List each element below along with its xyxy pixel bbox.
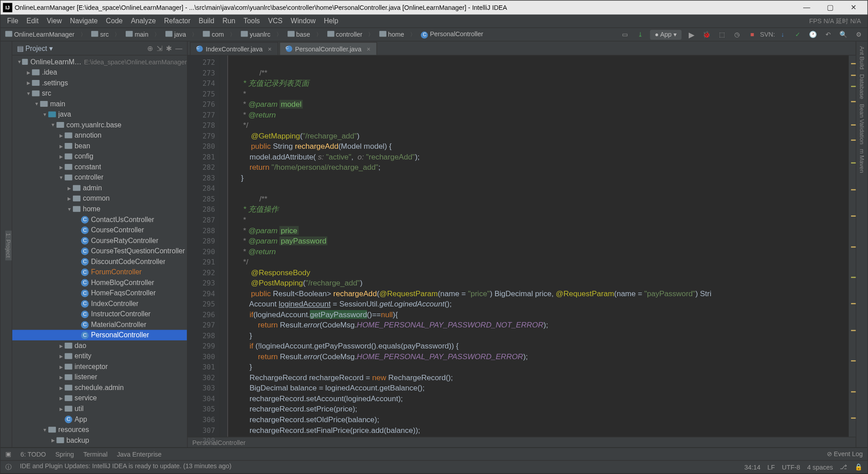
tree-item[interactable]: ▶annotion <box>12 130 187 141</box>
caret-position[interactable]: 34:14 <box>744 463 760 470</box>
tree-item[interactable]: ▼resources <box>12 424 187 435</box>
indent[interactable]: 4 spaces <box>807 463 833 470</box>
maven-tool-button[interactable]: m Maven <box>859 147 865 175</box>
tool-window-toggle[interactable]: ▣ <box>5 450 11 458</box>
tree-item[interactable]: ▶common <box>12 193 187 204</box>
bean-validation-tool-button[interactable]: Bean Validation <box>859 101 865 147</box>
tree-item[interactable]: ▼controller <box>12 172 187 183</box>
editor-breadcrumb[interactable]: PersonalController <box>188 437 856 448</box>
hide-icon[interactable]: — <box>175 44 182 52</box>
menu-navigate[interactable]: Navigate <box>66 17 102 25</box>
settings-icon[interactable]: ⚙ <box>853 29 864 40</box>
breadcrumb-item[interactable]: home <box>378 31 406 38</box>
menu-code[interactable]: Code <box>102 17 127 25</box>
menu-analyze[interactable]: Analyze <box>127 17 160 25</box>
run-icon[interactable]: ▶ <box>686 29 697 40</box>
project-tree[interactable]: ▼OnlineLearnManagerE:\idea_space\OnlineL… <box>12 55 187 447</box>
tree-item[interactable]: CIndexController <box>12 298 187 309</box>
tree-item[interactable]: CCourseController <box>12 225 187 235</box>
tree-item[interactable]: CHomeFaqsController <box>12 288 187 298</box>
project-tool-button[interactable]: 1: Project <box>5 231 12 260</box>
tree-item[interactable]: ▶schedule.admin <box>12 382 187 393</box>
stop-icon[interactable]: ■ <box>747 29 758 40</box>
tree-item[interactable]: ▼OnlineLearnManagerE:\idea_space\OnlineL… <box>12 57 187 67</box>
tree-item[interactable]: ▶listener <box>12 372 187 383</box>
collapse-all-icon[interactable]: ⇲ <box>157 44 162 52</box>
tree-item[interactable]: CDiscountCodeController <box>12 256 187 267</box>
menu-run[interactable]: Run <box>218 17 239 25</box>
tree-item[interactable]: ▶constant <box>12 162 187 172</box>
breadcrumb-item[interactable]: src <box>90 31 110 38</box>
tree-item[interactable]: ▶entity <box>12 351 187 362</box>
tree-item[interactable]: CForumController <box>12 267 187 277</box>
run-config-select[interactable]: ● App ▾ <box>650 29 682 39</box>
encoding[interactable]: UTF-8 <box>782 463 800 470</box>
tree-item[interactable]: ▼java <box>12 109 187 120</box>
tree-item[interactable]: ▼main <box>12 99 187 109</box>
vcs-update-icon[interactable]: ↓ <box>777 29 788 40</box>
vcs-history-icon[interactable]: 🕐 <box>808 29 818 40</box>
tree-item[interactable]: ▼src <box>12 88 187 99</box>
line-separator[interactable]: LF <box>767 463 775 470</box>
close-tab-icon[interactable]: × <box>268 45 271 52</box>
database-tool-button[interactable]: Database <box>859 72 865 101</box>
menu-view[interactable]: View <box>42 17 66 25</box>
menu-help[interactable]: Help <box>320 17 343 25</box>
ant-tool-button[interactable]: Ant Build <box>859 44 865 72</box>
editor-tab[interactable]: CIndexController.java× <box>190 42 278 55</box>
profile-icon[interactable]: ◷ <box>732 29 742 40</box>
minimize-button[interactable]: — <box>795 0 818 14</box>
tree-item[interactable]: ▶bean <box>12 141 187 151</box>
code-editor[interactable]: /** * 充值记录列表页面 * * @param model * @retur… <box>228 55 849 437</box>
tree-item[interactable]: ▼home <box>12 204 187 214</box>
tree-item[interactable]: CMaterialController <box>12 319 187 330</box>
tree-item[interactable]: ▶admin <box>12 183 187 193</box>
menu-window[interactable]: Window <box>287 17 320 25</box>
tree-item[interactable]: ▶.idea <box>12 67 187 78</box>
menu-file[interactable]: File <box>3 17 23 25</box>
menu-refactor[interactable]: Refactor <box>160 17 195 25</box>
breadcrumb-item[interactable]: java <box>164 31 187 38</box>
tree-item[interactable]: CCourseTestQuestionController <box>12 246 187 256</box>
tree-item[interactable]: ▶service <box>12 393 187 404</box>
spring-tool-button[interactable]: Spring <box>55 450 74 457</box>
tree-item[interactable]: ▼com.yuanlrc.base <box>12 120 187 130</box>
tree-item[interactable]: CContactUsController <box>12 214 187 225</box>
lock-icon[interactable]: 🔒 <box>855 463 863 471</box>
tree-item[interactable]: CInstructorController <box>12 309 187 319</box>
menu-edit[interactable]: Edit <box>22 17 42 25</box>
tree-item[interactable]: CCourseRatyController <box>12 235 187 246</box>
coverage-icon[interactable]: ⬚ <box>716 29 727 40</box>
breadcrumb-item[interactable]: base <box>286 31 311 38</box>
line-gutter[interactable]: 272 273 274 275 276 277 278 279 280 281 … <box>188 55 220 437</box>
todo-tool-button[interactable]: 6: TODO <box>21 450 46 457</box>
git-branch-icon[interactable]: ⎇ <box>840 463 847 471</box>
maximize-button[interactable]: ▢ <box>818 0 842 14</box>
search-icon[interactable]: 🔍 <box>838 29 849 40</box>
editor-tab[interactable]: CPersonalController.java× <box>279 42 377 55</box>
terminal-tool-button[interactable]: Terminal <box>83 450 107 457</box>
nav-back-icon[interactable]: ▭ <box>620 29 631 40</box>
menu-tools[interactable]: Tools <box>239 17 264 25</box>
breadcrumb-item[interactable]: yuanlrc <box>240 31 271 38</box>
tree-item[interactable]: ▶.settings <box>12 78 187 88</box>
debug-icon[interactable]: 🐞 <box>701 29 712 40</box>
tree-item[interactable]: ▶backup <box>12 435 187 446</box>
gear-icon[interactable]: ✱ <box>166 44 172 52</box>
fold-gutter[interactable] <box>220 55 228 437</box>
breadcrumb-item[interactable]: main <box>125 31 150 38</box>
build-icon[interactable]: ⤓ <box>635 29 646 40</box>
breadcrumb-item[interactable]: C PersonalController <box>420 30 484 38</box>
event-log-button[interactable]: ⊘ Event Log <box>827 450 863 458</box>
tree-item[interactable]: ▶util <box>12 403 187 414</box>
breadcrumb[interactable]: OnlineLearnManager src main java com yua… <box>4 30 484 38</box>
tree-item[interactable]: ▶config <box>12 151 187 162</box>
vcs-revert-icon[interactable]: ↶ <box>823 29 834 40</box>
status-message[interactable]: IDE and Plugin Updates: IntelliJ IDEA is… <box>20 462 231 471</box>
menu-vcs[interactable]: VCS <box>264 17 287 25</box>
tree-item[interactable]: ▶interceptor <box>12 361 187 372</box>
vcs-commit-icon[interactable]: ✓ <box>792 29 803 40</box>
breadcrumb-item[interactable]: controller <box>326 31 364 38</box>
tree-item[interactable]: CApp <box>12 414 187 425</box>
tree-item[interactable]: CPersonalController <box>12 330 187 340</box>
